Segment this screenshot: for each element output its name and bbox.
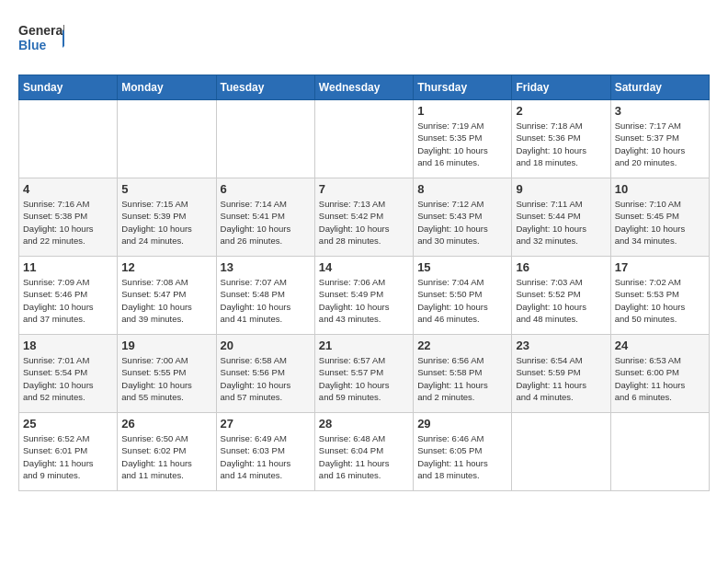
calendar-week-3: 11Sunrise: 7:09 AMSunset: 5:46 PMDayligh… [19, 257, 710, 335]
calendar-cell: 8Sunrise: 7:12 AMSunset: 5:43 PMDaylight… [414, 178, 512, 257]
day-info: Sunrise: 6:54 AMSunset: 5:59 PMDaylight:… [516, 354, 606, 403]
day-number: 15 [417, 260, 507, 274]
calendar-cell: 27Sunrise: 6:49 AMSunset: 6:03 PMDayligh… [216, 413, 314, 491]
weekday-header-saturday: Saturday [610, 75, 709, 100]
day-number: 9 [516, 182, 606, 196]
day-number: 17 [615, 260, 705, 274]
day-info: Sunrise: 7:13 AMSunset: 5:42 PMDaylight:… [319, 198, 409, 247]
calendar-cell: 1Sunrise: 7:19 AMSunset: 5:35 PMDaylight… [414, 100, 512, 178]
calendar-week-2: 4Sunrise: 7:16 AMSunset: 5:38 PMDaylight… [19, 178, 710, 257]
day-number: 13 [221, 260, 311, 274]
day-info: Sunrise: 6:58 AMSunset: 5:56 PMDaylight:… [221, 354, 311, 403]
calendar-cell: 11Sunrise: 7:09 AMSunset: 5:46 PMDayligh… [19, 257, 118, 335]
calendar-cell: 6Sunrise: 7:14 AMSunset: 5:41 PMDaylight… [216, 178, 314, 257]
weekday-header-monday: Monday [118, 75, 216, 100]
day-number: 5 [121, 182, 211, 196]
day-number: 24 [615, 339, 705, 352]
svg-text:General: General [18, 23, 64, 38]
day-info: Sunrise: 6:57 AMSunset: 5:57 PMDaylight:… [319, 354, 409, 403]
calendar-week-5: 25Sunrise: 6:52 AMSunset: 6:01 PMDayligh… [19, 413, 710, 491]
day-number: 29 [417, 417, 507, 431]
calendar-cell: 22Sunrise: 6:56 AMSunset: 5:58 PMDayligh… [414, 335, 512, 413]
day-info: Sunrise: 7:01 AMSunset: 5:54 PMDaylight:… [23, 354, 113, 403]
calendar-cell: 14Sunrise: 7:06 AMSunset: 5:49 PMDayligh… [314, 257, 413, 335]
calendar-table: SundayMondayTuesdayWednesdayThursdayFrid… [18, 75, 710, 491]
day-number: 16 [516, 260, 606, 274]
calendar-cell: 4Sunrise: 7:16 AMSunset: 5:38 PMDaylight… [19, 178, 118, 257]
day-number: 22 [417, 339, 507, 352]
calendar-cell [610, 413, 709, 491]
day-info: Sunrise: 7:11 AMSunset: 5:44 PMDaylight:… [516, 198, 606, 247]
day-info: Sunrise: 7:17 AMSunset: 5:37 PMDaylight:… [615, 120, 705, 168]
day-info: Sunrise: 7:07 AMSunset: 5:48 PMDaylight:… [221, 276, 311, 325]
weekday-header-sunday: Sunday [19, 75, 118, 100]
day-info: Sunrise: 7:06 AMSunset: 5:49 PMDaylight:… [319, 276, 409, 325]
weekday-header-friday: Friday [512, 75, 610, 100]
calendar-cell: 20Sunrise: 6:58 AMSunset: 5:56 PMDayligh… [216, 335, 314, 413]
day-number: 21 [319, 339, 409, 352]
calendar-cell: 10Sunrise: 7:10 AMSunset: 5:45 PMDayligh… [610, 178, 709, 257]
day-number: 26 [121, 417, 211, 431]
day-info: Sunrise: 7:15 AMSunset: 5:39 PMDaylight:… [121, 198, 211, 247]
day-number: 25 [23, 417, 113, 431]
calendar-cell: 25Sunrise: 6:52 AMSunset: 6:01 PMDayligh… [19, 413, 118, 491]
calendar-cell: 19Sunrise: 7:00 AMSunset: 5:55 PMDayligh… [118, 335, 216, 413]
calendar-cell [118, 100, 216, 178]
calendar-cell [314, 100, 413, 178]
calendar-cell [216, 100, 314, 178]
calendar-cell: 16Sunrise: 7:03 AMSunset: 5:52 PMDayligh… [512, 257, 610, 335]
day-info: Sunrise: 6:56 AMSunset: 5:58 PMDaylight:… [417, 354, 507, 403]
weekday-header-thursday: Thursday [414, 75, 512, 100]
day-info: Sunrise: 7:02 AMSunset: 5:53 PMDaylight:… [615, 276, 705, 325]
calendar-cell: 28Sunrise: 6:48 AMSunset: 6:04 PMDayligh… [314, 413, 413, 491]
day-number: 18 [23, 339, 113, 352]
calendar-cell: 23Sunrise: 6:54 AMSunset: 5:59 PMDayligh… [512, 335, 610, 413]
svg-marker-2 [63, 29, 64, 48]
day-info: Sunrise: 7:08 AMSunset: 5:47 PMDaylight:… [121, 276, 211, 325]
calendar-cell: 29Sunrise: 6:46 AMSunset: 6:05 PMDayligh… [414, 413, 512, 491]
day-number: 10 [615, 182, 705, 196]
calendar-cell [512, 413, 610, 491]
calendar-cell: 5Sunrise: 7:15 AMSunset: 5:39 PMDaylight… [118, 178, 216, 257]
day-number: 28 [319, 417, 409, 431]
day-number: 14 [319, 260, 409, 274]
calendar-cell: 7Sunrise: 7:13 AMSunset: 5:42 PMDaylight… [314, 178, 413, 257]
day-number: 8 [417, 182, 507, 196]
day-info: Sunrise: 7:03 AMSunset: 5:52 PMDaylight:… [516, 276, 606, 325]
day-number: 1 [417, 104, 507, 118]
logo-icon: General Blue [18, 18, 64, 60]
day-info: Sunrise: 7:18 AMSunset: 5:36 PMDaylight:… [516, 120, 606, 168]
calendar-cell: 15Sunrise: 7:04 AMSunset: 5:50 PMDayligh… [414, 257, 512, 335]
day-info: Sunrise: 7:16 AMSunset: 5:38 PMDaylight:… [23, 198, 113, 247]
day-number: 6 [221, 182, 311, 196]
calendar-cell: 18Sunrise: 7:01 AMSunset: 5:54 PMDayligh… [19, 335, 118, 413]
day-number: 3 [615, 104, 705, 118]
calendar-week-4: 18Sunrise: 7:01 AMSunset: 5:54 PMDayligh… [19, 335, 710, 413]
calendar-cell: 24Sunrise: 6:53 AMSunset: 6:00 PMDayligh… [610, 335, 709, 413]
day-number: 20 [221, 339, 311, 352]
logo: General Blue [18, 18, 64, 60]
weekday-header-wednesday: Wednesday [314, 75, 413, 100]
day-info: Sunrise: 6:46 AMSunset: 6:05 PMDaylight:… [417, 432, 507, 481]
day-info: Sunrise: 7:12 AMSunset: 5:43 PMDaylight:… [417, 198, 507, 247]
calendar-cell: 17Sunrise: 7:02 AMSunset: 5:53 PMDayligh… [610, 257, 709, 335]
day-number: 4 [23, 182, 113, 196]
calendar-cell: 26Sunrise: 6:50 AMSunset: 6:02 PMDayligh… [118, 413, 216, 491]
calendar-cell: 21Sunrise: 6:57 AMSunset: 5:57 PMDayligh… [314, 335, 413, 413]
day-info: Sunrise: 6:49 AMSunset: 6:03 PMDaylight:… [221, 432, 311, 481]
calendar-cell: 9Sunrise: 7:11 AMSunset: 5:44 PMDaylight… [512, 178, 610, 257]
day-number: 7 [319, 182, 409, 196]
day-number: 11 [23, 260, 113, 274]
calendar-cell: 12Sunrise: 7:08 AMSunset: 5:47 PMDayligh… [118, 257, 216, 335]
day-number: 2 [516, 104, 606, 118]
day-info: Sunrise: 6:50 AMSunset: 6:02 PMDaylight:… [121, 432, 211, 481]
page-header: General Blue [18, 18, 710, 60]
calendar-cell [19, 100, 118, 178]
calendar-cell: 3Sunrise: 7:17 AMSunset: 5:37 PMDaylight… [610, 100, 709, 178]
day-number: 23 [516, 339, 606, 352]
day-number: 12 [121, 260, 211, 274]
weekday-header-row: SundayMondayTuesdayWednesdayThursdayFrid… [19, 75, 710, 100]
day-info: Sunrise: 6:48 AMSunset: 6:04 PMDaylight:… [319, 432, 409, 481]
day-info: Sunrise: 6:53 AMSunset: 6:00 PMDaylight:… [615, 354, 705, 403]
logo-container: General Blue [18, 18, 64, 60]
